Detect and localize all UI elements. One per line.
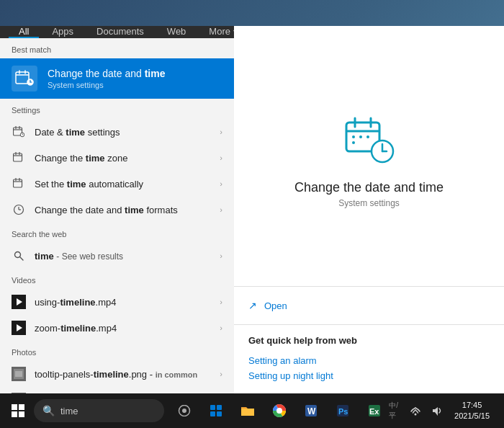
list-item[interactable]: Change the date and time formats › <box>0 197 234 223</box>
watermark: PConline <box>464 376 497 385</box>
photoshop-button[interactable]: Ps <box>328 396 357 425</box>
list-item[interactable]: Set the time automatically › <box>0 171 234 197</box>
chevron-right-icon: › <box>220 298 222 306</box>
search-icon: 🔍 <box>42 405 55 416</box>
right-top: Change the date and time System settings <box>234 26 504 287</box>
excel-button[interactable]: Ex <box>360 396 389 425</box>
store-button[interactable] <box>202 396 230 425</box>
chevron-down-icon: ▾ <box>233 27 234 35</box>
list-item[interactable]: Change the time zone › <box>0 145 234 171</box>
tab-more[interactable]: More ▾ <box>199 26 234 38</box>
tab-web[interactable]: Web <box>157 26 197 38</box>
right-subtitle: System settings <box>338 198 400 208</box>
right-actions: ↗ Open <box>234 287 504 325</box>
tab-all[interactable]: All <box>9 26 39 38</box>
svg-rect-50 <box>210 411 215 416</box>
open-label: Open <box>264 300 287 311</box>
svg-text:W: W <box>307 406 316 416</box>
video-item-text: using-timeline.mp4 <box>35 297 211 308</box>
desktop: All Apps Documents Web More ▾ Best match <box>0 0 504 428</box>
start-button[interactable] <box>3 393 34 428</box>
chrome-button[interactable] <box>265 396 294 425</box>
best-match-subtitle: System settings <box>48 81 165 89</box>
list-item-text: Set the time automatically <box>35 179 211 190</box>
svg-text:Ps: Ps <box>338 407 348 416</box>
search-icon <box>12 249 26 263</box>
chevron-right-icon: › <box>220 324 222 332</box>
network-icon[interactable] <box>405 396 425 425</box>
quick-help-title: Get quick help from web <box>248 335 490 346</box>
taskbar-search[interactable]: 🔍 time <box>34 399 164 422</box>
photos-header: Photos <box>0 341 234 361</box>
video-item-text: zoom-timeline.mp4 <box>35 323 211 334</box>
left-panel: All Apps Documents Web More ▾ Best match <box>0 26 234 393</box>
right-title: Change the date and time <box>294 180 444 195</box>
web-search-text: time - See web results <box>35 251 211 262</box>
chevron-right-icon: › <box>220 205 222 214</box>
tab-documents[interactable]: Documents <box>86 26 154 38</box>
svg-point-47 <box>182 409 186 413</box>
search-tabs: All Apps Documents Web More ▾ <box>0 26 234 38</box>
list-item[interactable]: Date & time settings › <box>0 119 234 145</box>
file-explorer-button[interactable] <box>233 396 262 425</box>
chevron-right-icon: › <box>220 153 222 162</box>
svg-rect-49 <box>217 405 222 410</box>
svg-point-25 <box>15 252 21 258</box>
best-match-header: Best match <box>0 38 234 58</box>
settings-globe-icon <box>12 151 26 165</box>
word-button[interactable]: W <box>297 396 325 425</box>
svg-rect-51 <box>217 411 222 416</box>
svg-point-40 <box>359 135 362 138</box>
photo-thumbnail <box>12 367 26 381</box>
taskbar-icons: W Ps Ex <box>170 396 389 425</box>
video-item[interactable]: using-timeline.mp4 › <box>0 289 234 315</box>
list-item-text: Change the date and time formats <box>35 205 211 215</box>
video-thumbnail <box>12 295 26 309</box>
clock-time: 17:45 <box>454 400 490 411</box>
settings-header: Settings <box>0 99 234 119</box>
chevron-right-icon: › <box>220 179 222 188</box>
taskbar: 🔍 time <box>0 393 504 428</box>
quick-help-section: Get quick help from web Setting an alarm… <box>234 325 504 393</box>
windows-logo-icon <box>12 404 24 417</box>
cn-input-text: 中/平 <box>389 401 403 421</box>
clock-date: 2021/5/15 <box>454 411 490 422</box>
quick-help-item[interactable]: Setting up night light <box>248 368 490 383</box>
open-button[interactable]: ↗ Open <box>248 295 490 316</box>
chevron-right-icon: › <box>220 251 222 260</box>
best-match-icon <box>12 66 37 92</box>
web-search-item[interactable]: time - See web results › <box>0 243 234 269</box>
tab-apps[interactable]: Apps <box>42 26 84 38</box>
best-match-info: Change the date and time System settings <box>48 68 165 89</box>
svg-point-53 <box>276 408 282 414</box>
clock-display[interactable]: 17:45 2021/5/15 <box>449 400 495 422</box>
photo-item[interactable]: tooltip-panels-timeline.png - in common … <box>0 387 234 393</box>
svg-point-60 <box>414 414 416 416</box>
svg-line-26 <box>20 257 23 260</box>
photo-item[interactable]: tooltip-panels-timeline.png - in common … <box>0 361 234 387</box>
photo-item-text: tooltip-panels-timeline.png - in common <box>35 369 211 380</box>
svg-rect-18 <box>14 179 22 187</box>
volume-icon[interactable] <box>427 396 447 425</box>
video-item[interactable]: zoom-timeline.mp4 › <box>0 315 234 341</box>
search-panel: All Apps Documents Web More ▾ Best match <box>0 26 504 393</box>
svg-rect-14 <box>14 153 22 161</box>
svg-point-42 <box>352 141 355 144</box>
settings-format-icon <box>12 202 26 217</box>
settings-clock-icon <box>12 125 26 139</box>
videos-header: Videos <box>0 269 234 289</box>
search-input-value: time <box>60 406 78 416</box>
right-panel: Change the date and time System settings… <box>234 26 504 393</box>
settings-auto-icon <box>12 177 26 191</box>
quick-help-item[interactable]: Setting an alarm <box>248 353 490 368</box>
svg-rect-32 <box>15 371 22 377</box>
svg-point-39 <box>352 135 355 138</box>
video-thumbnail <box>12 321 26 335</box>
best-match-item[interactable]: Change the date and time System settings <box>0 58 234 99</box>
chevron-right-icon: › <box>220 128 222 136</box>
list-item-text: Change the time zone <box>35 153 211 164</box>
task-view-button[interactable] <box>170 396 199 425</box>
chevron-right-icon: › <box>220 370 222 378</box>
web-search-header: Search the web <box>0 223 234 243</box>
svg-text:Ex: Ex <box>369 407 379 416</box>
